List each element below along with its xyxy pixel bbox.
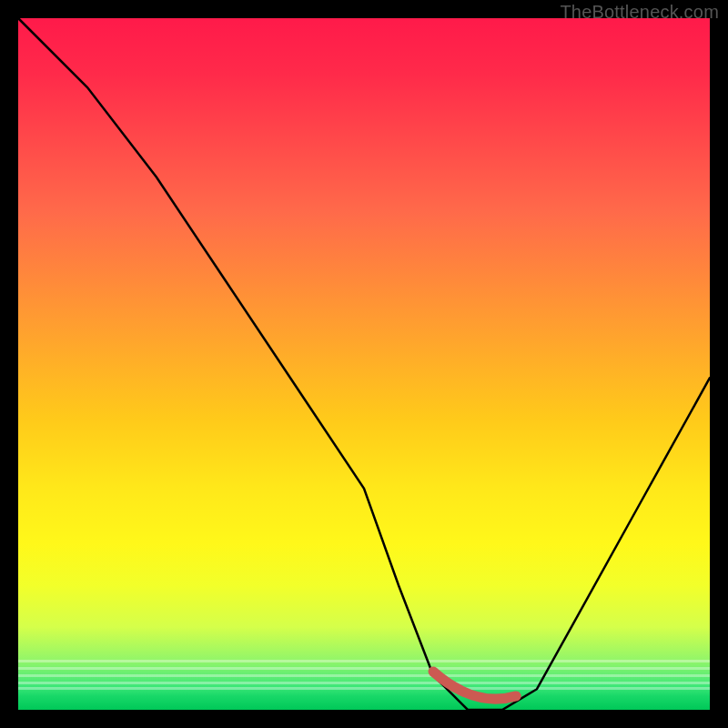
chart-container: TheBottleneck.com xyxy=(0,0,728,728)
chart-svg xyxy=(18,18,710,710)
plot-area xyxy=(18,18,710,710)
watermark-text: TheBottleneck.com xyxy=(560,2,719,23)
bottleneck-curve xyxy=(18,18,710,710)
optimal-marker xyxy=(433,672,516,699)
